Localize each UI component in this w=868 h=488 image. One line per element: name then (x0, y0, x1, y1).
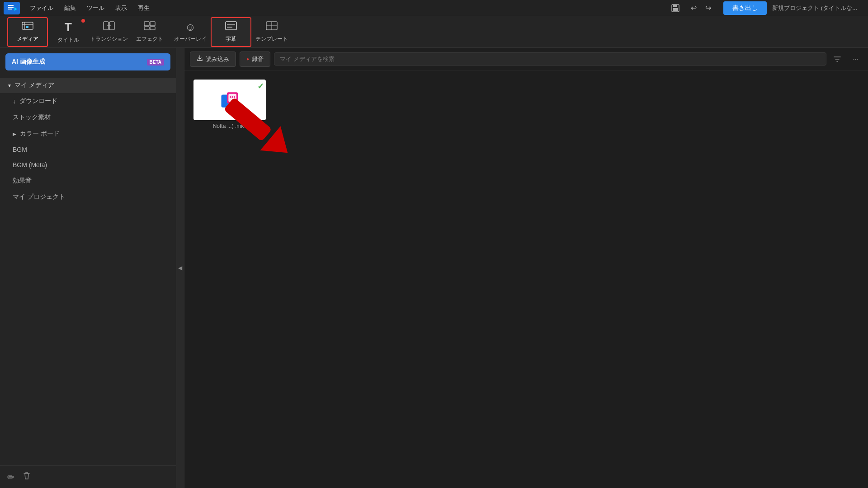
sidebar-my-project-label: マイ プロジェクト (13, 193, 65, 201)
undo-button[interactable]: ↩ (687, 2, 700, 14)
tab-overlay-label: オーバーレイ (174, 35, 207, 43)
media-grid: ✓ Notta ...) .mkv (184, 70, 868, 488)
svg-rect-16 (150, 22, 155, 26)
effect-icon (144, 21, 156, 33)
tab-template-label: テンプレート (255, 35, 288, 43)
tab-subtitle[interactable]: 字幕 (211, 17, 251, 47)
sidebar-item-sfx[interactable]: 効果音 (0, 173, 176, 189)
ai-banner[interactable]: AI 画像生成 BETA (5, 53, 170, 70)
app-logo (4, 2, 20, 14)
save-button[interactable] (669, 2, 682, 14)
redo-button[interactable]: ↪ (702, 2, 714, 14)
search-input[interactable] (274, 52, 826, 66)
svg-rect-11 (26, 26, 28, 28)
delete-icon[interactable] (22, 471, 31, 483)
tab-subtitle-label: 字幕 (226, 35, 236, 43)
svg-point-29 (231, 96, 233, 98)
edit-icon[interactable]: ✏ (7, 472, 15, 483)
sidebar-item-my-media[interactable]: ▼ マイ メディア (0, 78, 176, 93)
media-icon (22, 21, 33, 33)
sidebar-download-label: ダウンロード (19, 97, 57, 105)
tab-title-label: タイトル (57, 36, 79, 44)
tab-transition-label: トランジション (90, 35, 128, 43)
media-panel: 読み込み ● 録音 ··· (184, 48, 868, 488)
collapse-arrow-icon: ◀ (178, 265, 182, 271)
media-check-icon: ✓ (257, 81, 264, 91)
export-button[interactable]: 書き出し (723, 1, 767, 15)
download-icon: ↓ (13, 98, 16, 105)
sidebar-bgm-label: BGM (13, 146, 27, 153)
tab-bar: メディア T タイトル トランジション エフェクト ☺ (0, 16, 868, 48)
sidebar-nav: ▼ マイ メディア ↓ ダウンロード ストック素材 ▶ カラー ボード BGM … (0, 76, 176, 465)
record-icon: ● (246, 56, 249, 61)
tab-effect-label: エフェクト (136, 35, 163, 43)
svg-rect-15 (144, 22, 149, 26)
svg-marker-4 (14, 7, 17, 11)
notta-logo (220, 90, 240, 110)
menu-edit[interactable]: 編集 (60, 2, 80, 14)
sidebar-item-bgm-meta[interactable]: BGM (Meta) (0, 157, 176, 173)
record-label: 録音 (252, 55, 264, 63)
svg-marker-32 (260, 126, 298, 156)
menu-file[interactable]: ファイル (25, 2, 58, 14)
sidebar-item-my-project[interactable]: マイ プロジェクト (0, 189, 176, 205)
svg-point-30 (234, 96, 236, 98)
record-button[interactable]: ● 録音 (240, 52, 270, 67)
import-button[interactable]: 読み込み (190, 52, 236, 67)
more-options-button[interactable]: ··· (848, 52, 863, 66)
ai-banner-text: AI 画像生成 (12, 58, 45, 66)
title-icon: T (65, 20, 72, 34)
sidebar-item-colorboard[interactable]: ▶ カラー ボード (0, 126, 176, 142)
svg-rect-27 (228, 94, 236, 102)
menu-bar: ファイル 編集 ツール 表示 再生 ↩ ↪ 書き出し 新規プロジェクト (タイト… (0, 0, 868, 16)
menu-tools[interactable]: ツール (82, 2, 109, 14)
sidebar-item-bgm[interactable]: BGM (0, 142, 176, 157)
sidebar-bgm-meta-label: BGM (Meta) (13, 161, 47, 169)
menu-view[interactable]: 表示 (111, 2, 132, 14)
media-filename: Notta ...) .mkv (193, 123, 266, 129)
main-content: AI 画像生成 BETA ▼ マイ メディア ↓ ダウンロード ストック素材 ▶… (0, 48, 868, 488)
sidebar-stock-label: ストック素材 (13, 113, 51, 122)
chevron-right-icon: ▶ (13, 131, 16, 136)
tab-media-label: メディア (17, 35, 38, 43)
media-thumbnail: ✓ (193, 80, 266, 120)
import-label: 読み込み (206, 55, 229, 63)
svg-rect-7 (673, 8, 678, 11)
sidebar: AI 画像生成 BETA ▼ マイ メディア ↓ ダウンロード ストック素材 ▶… (0, 48, 176, 488)
svg-rect-6 (673, 5, 677, 7)
svg-rect-19 (226, 22, 236, 30)
sidebar-sfx-label: 効果音 (13, 177, 32, 185)
tab-effect[interactable]: エフェクト (129, 17, 170, 47)
transition-icon (103, 21, 115, 33)
import-icon (197, 55, 203, 63)
sidebar-item-download[interactable]: ↓ ダウンロード (0, 93, 176, 109)
menu-play[interactable]: 再生 (133, 2, 154, 14)
sidebar-my-media-label: マイ メディア (14, 81, 54, 89)
subtitle-icon (225, 21, 237, 33)
svg-rect-17 (144, 27, 149, 30)
sidebar-colorboard-label: カラー ボード (20, 130, 60, 138)
tab-transition[interactable]: トランジション (89, 17, 129, 47)
chevron-down-icon: ▼ (7, 83, 12, 88)
template-icon (266, 21, 278, 33)
tab-media[interactable]: メディア (7, 17, 48, 47)
tab-template[interactable]: テンプレート (251, 17, 292, 47)
project-title: 新規プロジェクト (タイトルな... (772, 4, 864, 12)
title-badge (81, 19, 85, 23)
collapse-handle[interactable]: ◀ (176, 48, 184, 488)
media-toolbar: 読み込み ● 録音 ··· (184, 48, 868, 70)
ai-badge: BETA (147, 59, 164, 66)
filter-button[interactable] (830, 52, 844, 66)
overlay-icon: ☺ (185, 21, 196, 33)
ellipsis-icon: ··· (853, 54, 858, 64)
tab-overlay[interactable]: ☺ オーバーレイ (170, 17, 211, 47)
svg-rect-18 (150, 27, 155, 30)
tab-title[interactable]: T タイトル (48, 17, 89, 47)
sidebar-bottom: ✏ (0, 465, 176, 488)
svg-point-28 (230, 96, 231, 98)
sidebar-item-stock[interactable]: ストック素材 (0, 109, 176, 126)
app-logo-icon (6, 3, 17, 14)
undo-redo-group: ↩ ↪ (687, 2, 714, 14)
media-item[interactable]: ✓ Notta ...) .mkv (193, 80, 266, 129)
